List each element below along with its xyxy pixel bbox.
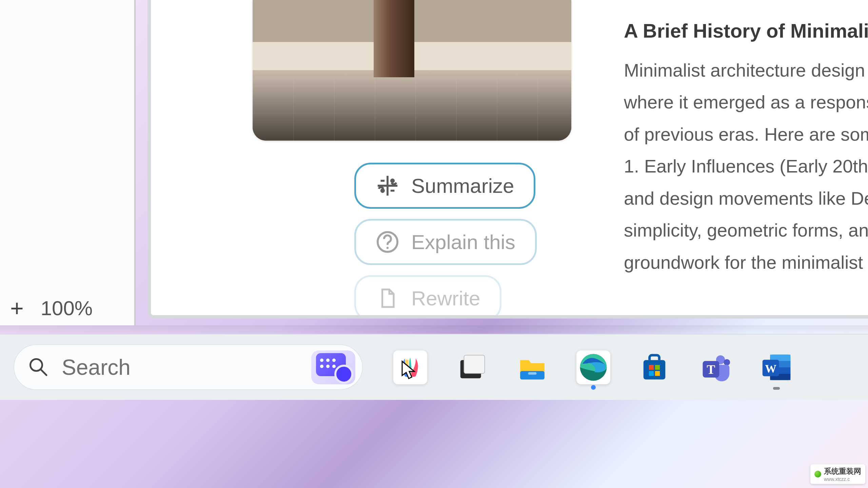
- svg-rect-15: [528, 372, 536, 374]
- article-line: where it emerged as a response: [624, 86, 868, 118]
- left-sidebar-panel: + 100%: [0, 0, 136, 325]
- summarize-button[interactable]: Summarize: [354, 163, 535, 209]
- svg-text:T: T: [707, 362, 715, 376]
- watermark: 系统重装网 www.xtczz.c: [810, 464, 865, 484]
- microsoft-store-icon[interactable]: [637, 350, 671, 384]
- rewrite-button[interactable]: Rewrite: [354, 275, 501, 319]
- svg-line-11: [41, 369, 46, 375]
- svg-rect-19: [655, 365, 660, 369]
- article-line: 1. Early Influences (Early 20th C: [624, 150, 868, 182]
- taskbar-search[interactable]: Search: [14, 344, 363, 390]
- explain-button[interactable]: Explain this: [354, 219, 537, 265]
- watermark-text: 系统重装网: [824, 466, 861, 476]
- watermark-url: www.xtczz.c: [824, 476, 861, 482]
- article-line: of previous eras. Here are some: [624, 118, 868, 150]
- summarize-label: Summarize: [411, 174, 514, 198]
- svg-point-6: [381, 189, 384, 192]
- summarize-icon: [376, 174, 399, 198]
- teams-icon[interactable]: T: [698, 350, 732, 384]
- rewrite-label: Rewrite: [411, 287, 480, 310]
- svg-point-7: [391, 180, 394, 182]
- search-placeholder: Search: [62, 355, 298, 380]
- explain-label: Explain this: [411, 230, 515, 254]
- article-line: simplicity, geometric forms, and: [624, 214, 868, 246]
- zoom-level-label: 100%: [41, 297, 93, 320]
- svg-text:W: W: [765, 362, 776, 375]
- taskbar-shadow: [0, 325, 868, 334]
- article-heading: A Brief History of Minimalist A: [624, 14, 868, 48]
- document-hero-image: [253, 0, 571, 141]
- document-window: Summarize Explain this Rewrite A Brief H…: [147, 0, 868, 319]
- search-icon: [28, 357, 48, 378]
- copilot-icon[interactable]: [393, 350, 427, 384]
- file-explorer-icon[interactable]: [515, 350, 549, 384]
- task-view-icon[interactable]: [454, 350, 488, 384]
- help-circle-icon: [376, 230, 399, 254]
- watermark-logo-icon: [814, 471, 821, 477]
- news-widget-icon[interactable]: [311, 350, 355, 384]
- taskbar: Search: [0, 334, 868, 400]
- svg-point-23: [724, 359, 730, 365]
- article-body: A Brief History of Minimalist A Minimali…: [624, 14, 868, 278]
- svg-rect-21: [655, 371, 660, 375]
- ai-actions-menu: Summarize Explain this Rewrite: [354, 163, 537, 319]
- edge-icon[interactable]: [576, 350, 610, 384]
- svg-rect-17: [644, 360, 666, 379]
- svg-rect-13: [464, 355, 485, 373]
- article-line: and design movements like De S: [624, 182, 868, 215]
- zoom-controls: + 100%: [10, 295, 93, 321]
- article-line: groundwork for the minimalist d: [624, 246, 868, 279]
- taskbar-pinned-apps: T W: [393, 350, 793, 384]
- document-icon: [376, 286, 399, 310]
- word-icon[interactable]: W: [760, 350, 793, 384]
- svg-point-9: [387, 247, 389, 249]
- article-line: Minimalist architecture design h: [624, 54, 868, 86]
- svg-rect-18: [649, 365, 654, 369]
- svg-rect-20: [649, 371, 654, 375]
- zoom-in-button[interactable]: +: [10, 295, 24, 321]
